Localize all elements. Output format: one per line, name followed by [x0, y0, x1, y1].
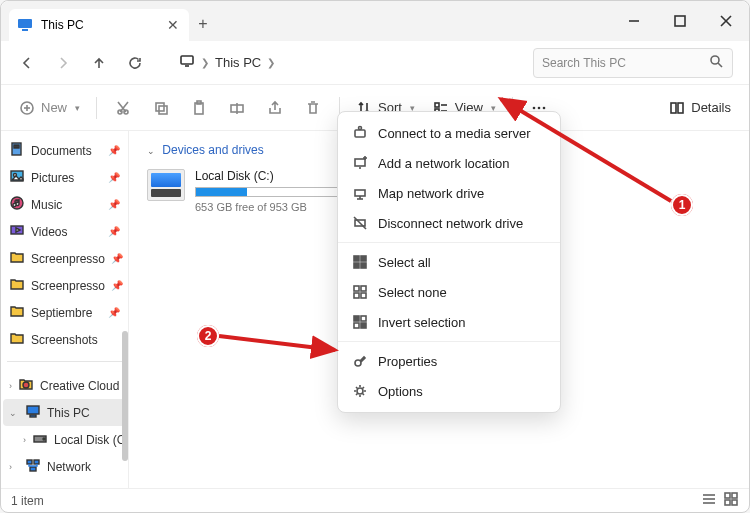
grid-view-icon[interactable] [723, 491, 739, 510]
sidebar-item[interactable]: Septiembre📌 [3, 299, 126, 326]
rename-button[interactable] [219, 92, 255, 124]
back-button[interactable] [11, 47, 43, 79]
pictures-icon [9, 168, 25, 187]
scrollbar-thumb[interactable] [122, 331, 128, 461]
refresh-button[interactable] [119, 47, 151, 79]
menu-item-media[interactable]: Connect to a media server [338, 118, 560, 148]
breadcrumb-item[interactable]: This PC [215, 55, 261, 70]
status-text: 1 item [11, 494, 44, 508]
menu-item-selectall[interactable]: Select all [338, 247, 560, 277]
breadcrumb[interactable]: ❯ This PC ❯ [171, 53, 283, 72]
tree-item-label: Network [47, 460, 91, 474]
tree-item[interactable]: ›Creative Cloud F [3, 372, 126, 399]
sidebar-item[interactable]: Music📌 [3, 191, 126, 218]
sidebar-item[interactable]: Screenpresso📌 [3, 272, 126, 299]
sidebar: Documents📌Pictures📌Music📌Videos📌Screenpr… [1, 131, 129, 488]
svg-rect-28 [671, 103, 676, 113]
new-tab-button[interactable]: + [189, 15, 217, 33]
details-button[interactable]: Details [661, 92, 739, 124]
search-placeholder: Search This PC [542, 56, 626, 70]
menu-item-selectnone[interactable]: Select none [338, 277, 560, 307]
folder-icon [9, 303, 25, 322]
pin-icon: 📌 [108, 172, 120, 183]
chevron-icon[interactable]: › [9, 462, 19, 472]
copy-button[interactable] [143, 92, 179, 124]
pin-icon: 📌 [108, 145, 120, 156]
sidebar-item[interactable]: Pictures📌 [3, 164, 126, 191]
list-view-icon[interactable] [701, 491, 717, 510]
tree-item[interactable]: ›Network [3, 453, 126, 480]
videos-icon [9, 222, 25, 241]
sidebar-item[interactable]: Screenpresso📌 [3, 245, 126, 272]
menu-item-disconnect[interactable]: Disconnect network drive [338, 208, 560, 238]
sidebar-item[interactable]: Screenshots [3, 326, 126, 353]
separator [7, 361, 122, 362]
tree-item[interactable]: ›Local Disk (C:) [3, 426, 126, 453]
cut-button[interactable] [105, 92, 141, 124]
menu-item-label: Map network drive [378, 186, 484, 201]
close-tab-icon[interactable]: ✕ [167, 17, 179, 33]
svg-rect-43 [34, 460, 39, 464]
svg-point-8 [711, 56, 719, 64]
more-menu: Connect to a media serverAdd a network l… [337, 111, 561, 413]
chevron-down-icon: ▾ [75, 103, 80, 113]
menu-item-label: Options [378, 384, 423, 399]
chevron-right-icon: ❯ [201, 57, 209, 68]
forward-button[interactable] [47, 47, 79, 79]
chevron-icon[interactable]: › [9, 381, 12, 391]
svg-rect-32 [14, 147, 19, 148]
chevron-icon[interactable]: ⌄ [9, 408, 19, 418]
delete-button[interactable] [295, 92, 331, 124]
svg-line-9 [718, 63, 722, 67]
sidebar-item-label: Videos [31, 225, 67, 239]
sidebar-item-label: Septiembre [31, 306, 92, 320]
section-title: Devices and drives [162, 143, 263, 157]
menu-item-label: Select all [378, 255, 431, 270]
monitor-icon [179, 53, 195, 72]
separator [338, 242, 560, 243]
menu-item-invert[interactable]: Invert selection [338, 307, 560, 337]
svg-rect-21 [435, 103, 439, 107]
chevron-icon[interactable]: › [23, 435, 26, 445]
svg-rect-69 [354, 293, 359, 298]
file-explorer-window: This PC ✕ + ❯ This PC ❯ Search This PC [0, 0, 750, 513]
menu-item-props[interactable]: Properties [338, 346, 560, 376]
svg-rect-16 [159, 106, 167, 114]
drive-name: Local Disk (C:) [195, 169, 355, 183]
invert-icon [352, 314, 368, 330]
maximize-button[interactable] [657, 1, 703, 41]
pin-icon: 📌 [111, 280, 123, 291]
svg-rect-58 [355, 190, 365, 196]
svg-rect-71 [354, 316, 359, 321]
status-bar: 1 item [1, 488, 749, 512]
pin-icon: 📌 [108, 307, 120, 318]
chevron-down-icon: ⌄ [147, 146, 155, 156]
chevron-right-icon: ❯ [267, 57, 275, 68]
new-button[interactable]: New ▾ [11, 92, 88, 124]
svg-rect-6 [181, 56, 193, 64]
search-input[interactable]: Search This PC [533, 48, 733, 78]
tree-item[interactable]: ⌄This PC [3, 399, 126, 426]
close-window-button[interactable] [703, 1, 749, 41]
titlebar: This PC ✕ + [1, 1, 749, 41]
svg-point-37 [23, 382, 29, 388]
sidebar-item[interactable]: Videos📌 [3, 218, 126, 245]
up-button[interactable] [83, 47, 115, 79]
svg-rect-67 [354, 286, 359, 291]
sidebar-item[interactable]: Documents📌 [3, 137, 126, 164]
menu-item-options[interactable]: Options [338, 376, 560, 406]
folder-icon [9, 249, 25, 268]
pin-icon: 📌 [108, 226, 120, 237]
menu-item-mapnet[interactable]: Map network drive [338, 178, 560, 208]
menu-item-addnet[interactable]: Add a network location [338, 148, 560, 178]
svg-point-41 [43, 438, 45, 440]
tab-thispc[interactable]: This PC ✕ [9, 9, 189, 41]
minimize-button[interactable] [611, 1, 657, 41]
svg-rect-72 [361, 316, 366, 321]
svg-rect-38 [27, 406, 39, 414]
sidebar-item-label: Music [31, 198, 62, 212]
share-button[interactable] [257, 92, 293, 124]
svg-rect-52 [355, 130, 365, 137]
paste-button[interactable] [181, 92, 217, 124]
svg-rect-65 [354, 263, 359, 268]
